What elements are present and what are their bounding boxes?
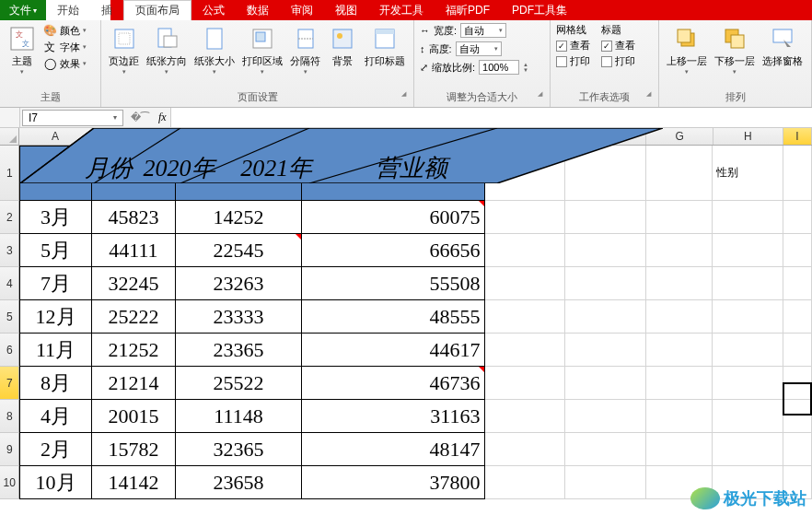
cell-F5[interactable] — [565, 300, 646, 334]
cell-C10[interactable]: 23658 — [176, 466, 301, 499]
cell-D10[interactable]: 37800 — [302, 466, 485, 499]
col-header-B[interactable]: B — [92, 128, 177, 145]
cell-D9[interactable]: 48147 — [302, 433, 485, 466]
row-header-10[interactable]: 10 — [0, 466, 19, 499]
cell-G3[interactable] — [646, 234, 713, 267]
formula-input[interactable] — [170, 108, 812, 127]
theme-colors-button[interactable]: 🎨 颜色 ▾ — [42, 22, 87, 39]
cell-D2[interactable]: 60075 — [302, 201, 485, 234]
tab-foxit-pdf[interactable]: 福昕PDF — [435, 0, 501, 20]
cell-F2[interactable] — [565, 201, 646, 234]
cell-A6[interactable]: 11月 — [19, 334, 91, 367]
group-scale-label[interactable]: 调整为合适大小 — [420, 89, 544, 105]
print-titles-button[interactable]: 打印标题 — [363, 22, 407, 68]
selection-pane-button[interactable]: 选择窗格 — [760, 22, 805, 68]
cell-G1[interactable] — [646, 146, 713, 201]
cell-I1[interactable] — [783, 146, 812, 201]
cell-B2[interactable]: 45823 — [92, 201, 177, 234]
cell-D3[interactable]: 66656 — [302, 234, 485, 267]
cell-F9[interactable] — [565, 433, 646, 466]
breaks-button[interactable]: 分隔符▾ — [288, 22, 322, 77]
col-header-G[interactable]: G — [646, 128, 713, 145]
cell-E1[interactable] — [485, 146, 566, 201]
row-header-7[interactable]: 7 — [0, 367, 19, 400]
theme-fonts-button[interactable]: 文 字体 ▾ — [42, 39, 87, 55]
tab-file[interactable]: 文件 ▾ — [0, 0, 46, 20]
bring-forward-button[interactable]: 上移一层▾ — [665, 22, 709, 77]
background-button[interactable]: 背景 — [326, 22, 359, 68]
col-header-C[interactable]: C — [176, 128, 302, 145]
cell-I7[interactable] — [783, 367, 812, 400]
cell-A8[interactable]: 4月 — [19, 400, 91, 433]
cell-E3[interactable] — [485, 234, 566, 267]
cell-B8[interactable]: 20015 — [92, 400, 177, 433]
tab-home[interactable]: 开始 — [46, 0, 90, 20]
cell-E8[interactable] — [485, 400, 566, 433]
cell-G9[interactable] — [646, 433, 713, 466]
margins-button[interactable]: 页边距▾ — [107, 22, 141, 77]
cell-F6[interactable] — [565, 334, 646, 367]
fx-button[interactable]: fx — [155, 111, 170, 124]
tab-page-layout[interactable]: 页面布局 — [123, 0, 191, 20]
cell-I4[interactable] — [783, 267, 812, 300]
headings-view-checkbox[interactable]: ✓查看 — [601, 38, 635, 53]
headings-print-checkbox[interactable]: 打印 — [601, 53, 635, 69]
cell-H9[interactable] — [713, 433, 783, 466]
tab-review[interactable]: 审阅 — [280, 0, 324, 20]
cell-C7[interactable]: 25522 — [176, 367, 301, 400]
cell-A10[interactable]: 10月 — [19, 466, 91, 499]
cell-E10[interactable] — [485, 466, 566, 499]
cell-F4[interactable] — [565, 267, 646, 300]
cell-C3[interactable]: 22545 — [176, 234, 301, 267]
cell-F8[interactable] — [565, 400, 646, 433]
cell-E4[interactable] — [485, 267, 566, 300]
tab-pdf-toolkit[interactable]: PDF工具集 — [501, 0, 578, 20]
cell-I5[interactable] — [783, 300, 812, 334]
cell-A9[interactable]: 2月 — [19, 433, 91, 466]
cell-I8[interactable] — [783, 400, 812, 433]
row-header-3[interactable]: 3 — [0, 234, 19, 267]
select-all-corner[interactable] — [0, 128, 19, 145]
cell-E7[interactable] — [485, 367, 566, 400]
col-header-E[interactable]: E — [485, 128, 566, 145]
cell-G6[interactable] — [646, 334, 713, 367]
cell-G4[interactable] — [646, 267, 713, 300]
cell-B7[interactable]: 21214 — [92, 367, 177, 400]
cell-F3[interactable] — [565, 234, 646, 267]
col-header-A[interactable]: A — [19, 128, 91, 145]
cell-A5[interactable]: 12月 — [19, 300, 91, 334]
tab-formulas[interactable]: 公式 — [191, 0, 236, 20]
cell-G5[interactable] — [646, 300, 713, 334]
row-header-9[interactable]: 9 — [0, 433, 19, 466]
cell-D6[interactable]: 44617 — [302, 334, 485, 367]
cell-G8[interactable] — [646, 400, 713, 433]
row-header-2[interactable]: 2 — [0, 201, 19, 234]
cell-G7[interactable] — [646, 367, 713, 400]
zoom-input[interactable]: 100% — [479, 60, 519, 75]
cell-A3[interactable]: 5月 — [19, 234, 91, 267]
tab-insert[interactable]: 插 — [90, 0, 123, 20]
group-sheet-options-label[interactable]: 工作表选项 — [556, 89, 653, 105]
cell-C5[interactable]: 23333 — [176, 300, 301, 334]
cell-I6[interactable] — [783, 334, 812, 367]
cell-B9[interactable]: 15782 — [92, 433, 177, 466]
cell-A7[interactable]: 8月 — [19, 367, 91, 400]
cell-B3[interactable]: 44111 — [92, 234, 177, 267]
width-select[interactable]: 自动▾ — [460, 23, 506, 38]
print-area-button[interactable]: 打印区域▾ — [240, 22, 284, 77]
send-backward-button[interactable]: 下移一层▾ — [713, 22, 757, 77]
cell-E9[interactable] — [485, 433, 566, 466]
cell-B5[interactable]: 25222 — [92, 300, 177, 334]
row-header-5[interactable]: 5 — [0, 300, 19, 334]
cell-H2[interactable] — [713, 201, 783, 234]
cell-H1[interactable]: 性别 — [713, 146, 783, 201]
cell-G2[interactable] — [646, 201, 713, 234]
fx-expand-icon[interactable]: �⁀ — [125, 111, 155, 123]
cell-D4[interactable]: 55508 — [302, 267, 485, 300]
gridlines-print-checkbox[interactable]: 打印 — [556, 53, 590, 69]
cell-I3[interactable] — [783, 234, 812, 267]
row-header-8[interactable]: 8 — [0, 400, 19, 433]
cell-C8[interactable]: 11148 — [176, 400, 301, 433]
cell-E6[interactable] — [485, 334, 566, 367]
tab-view[interactable]: 视图 — [324, 0, 368, 20]
